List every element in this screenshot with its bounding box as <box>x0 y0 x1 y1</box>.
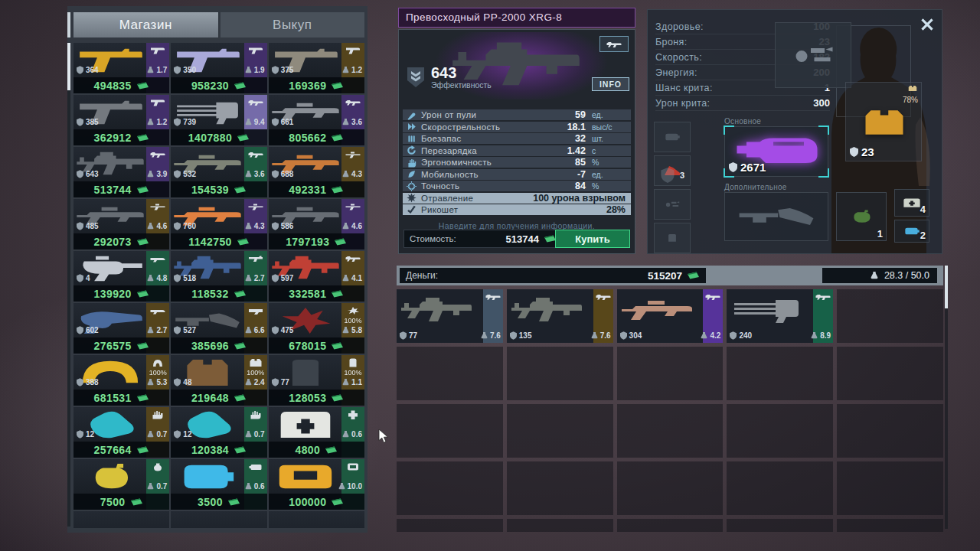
weapon-class-button[interactable] <box>599 36 629 52</box>
shop-item[interactable]: 4 4.8 139920 <box>74 251 169 302</box>
stat-icon <box>407 158 416 168</box>
shop-item[interactable]: 385 1.2 362912 <box>74 95 169 145</box>
item-armor-stat: 12 <box>174 430 191 439</box>
tab-shop[interactable]: Магазин <box>74 12 218 37</box>
stat-row[interactable]: Скорострельность 18.1 выс/с <box>403 122 631 132</box>
tab-buyback[interactable]: Выкуп <box>220 12 365 37</box>
stat-row[interactable]: Мобильность -7 ед. <box>403 169 631 180</box>
shop-item[interactable]: 760 4.3 1142750 <box>171 199 266 249</box>
inventory-item[interactable] <box>507 404 613 458</box>
shop-item[interactable]: 375 1.2 169369 <box>269 43 364 93</box>
inventory-item[interactable] <box>617 461 724 515</box>
shop-item[interactable] <box>74 511 169 528</box>
shop-item[interactable]: 597 4.1 332581 <box>269 251 364 302</box>
misc-slot[interactable] <box>775 22 851 88</box>
primary-weapon-slot[interactable]: 2671 <box>724 126 828 177</box>
shop-item[interactable]: 100% 77 1.1 128053 <box>269 355 364 406</box>
inventory-item[interactable] <box>617 404 724 458</box>
character-panel: Здоровье: 100 Броня: 23 Скорость: 182 Эн… <box>647 9 942 254</box>
shop-scrollbar-track[interactable] <box>67 43 70 527</box>
weight-icon <box>342 170 349 178</box>
shop-item[interactable]: 661 3.6 805662 <box>269 95 364 145</box>
implant-slot-3[interactable] <box>654 189 691 220</box>
stat-row[interactable]: Эргономичность 85 % <box>403 157 631 168</box>
stat-row[interactable]: Перезарядка 1.42 с <box>403 145 631 156</box>
shop-item[interactable]: 0.6 3500 <box>171 459 266 510</box>
shop-item[interactable]: 688 4.3 492331 <box>269 147 364 197</box>
implant-slot-1[interactable] <box>654 122 691 152</box>
shop-item[interactable]: 739 9.4 1407880 <box>171 95 266 145</box>
inventory-item[interactable] <box>397 461 503 515</box>
shop-item[interactable]: 100% 388 5.3 681531 <box>74 355 169 406</box>
secondary-weapon-slot[interactable] <box>724 192 828 241</box>
armor-slot[interactable]: 78% 23 <box>845 82 922 161</box>
shop-item[interactable]: 485 4.6 292073 <box>74 199 169 249</box>
item-weight: 6.6 <box>245 326 265 334</box>
item-weight: 3.6 <box>342 118 362 126</box>
inventory-item[interactable] <box>397 347 503 400</box>
special-stat-row[interactable]: Отравление 100 урона взрывом <box>403 193 631 204</box>
weight-icon <box>147 326 154 334</box>
special-stat-row[interactable]: Рикошет 28% <box>403 204 631 215</box>
implant-slot-4[interactable] <box>654 223 691 253</box>
stat-row[interactable]: Боезапас 32 шт. <box>403 133 631 144</box>
shop-item[interactable]: 100% 48 2.4 219648 <box>171 355 266 406</box>
shop-item[interactable]: 0.6 4800 <box>269 407 364 458</box>
shop-item[interactable]: 643 3.9 513744 <box>74 147 169 197</box>
item-weight: 5.3 <box>147 378 167 386</box>
grenade-slot[interactable]: 1 <box>836 192 887 241</box>
shop-scrollbar-thumb[interactable] <box>67 43 70 90</box>
inventory-item[interactable] <box>617 519 724 532</box>
shop-item[interactable]: 0.7 7500 <box>74 459 169 510</box>
shop-item[interactable]: 350 1.9 958230 <box>171 43 266 93</box>
inventory-scrollbar-thumb[interactable] <box>945 266 948 308</box>
shop-item[interactable]: 532 3.6 154539 <box>171 147 266 197</box>
shop-item[interactable] <box>171 511 266 528</box>
inventory-item[interactable] <box>507 519 613 532</box>
stat-label: Мобильность <box>421 170 577 179</box>
medkit-slot[interactable]: 4 <box>894 189 929 217</box>
shop-item[interactable]: 364 1.7 494835 <box>74 43 169 93</box>
shop-item[interactable] <box>269 511 364 528</box>
inventory-item[interactable] <box>397 519 503 532</box>
shop-item[interactable]: 10.0 100000 <box>269 459 364 510</box>
shop-item[interactable]: 12 0.7 120384 <box>171 407 266 458</box>
implant-slot-2[interactable]: 3 <box>654 155 691 186</box>
item-price: 385696 <box>171 337 266 354</box>
inventory-item[interactable] <box>727 347 833 400</box>
battery-slot[interactable]: 2 <box>894 220 929 243</box>
inventory-item[interactable]: 135 7.6 <box>507 289 613 343</box>
inventory-item[interactable] <box>837 519 943 532</box>
inventory-item[interactable] <box>837 289 943 343</box>
inventory-item[interactable] <box>727 461 833 515</box>
item-price: 494835 <box>74 77 169 93</box>
close-button[interactable] <box>919 16 936 33</box>
inventory-item[interactable] <box>837 461 943 515</box>
weight-icon <box>147 222 154 230</box>
shop-item[interactable]: 518 2.7 118532 <box>171 251 266 302</box>
stat-unit: выс/с <box>592 122 629 132</box>
inventory-item[interactable] <box>397 404 503 458</box>
stat-row[interactable]: Точность 84 % <box>403 181 631 191</box>
weight-icon <box>147 430 154 439</box>
shop-item[interactable]: 527 6.6 385696 <box>171 303 266 354</box>
inventory-item[interactable] <box>507 461 613 515</box>
buy-button[interactable]: Купить <box>555 230 630 248</box>
shop-item[interactable]: 12 0.7 257664 <box>74 407 169 458</box>
inventory-item[interactable] <box>727 404 833 458</box>
inventory-item[interactable] <box>727 519 833 532</box>
money-icon <box>136 82 149 90</box>
item-type-icon <box>247 202 264 211</box>
inventory-item[interactable] <box>837 347 943 400</box>
shop-item[interactable]: 586 4.6 1797193 <box>269 199 364 249</box>
shop-item[interactable]: 602 2.7 276575 <box>74 303 169 354</box>
stat-row[interactable]: Урон от пули 59 ед. <box>403 109 631 120</box>
inventory-item[interactable] <box>837 404 943 458</box>
inventory-item[interactable]: 77 7.6 <box>397 289 503 343</box>
shop-item[interactable]: 100% 475 5.8 678015 <box>269 303 364 354</box>
inventory-item[interactable] <box>617 347 724 400</box>
inventory-item[interactable]: 240 8.9 <box>727 289 833 343</box>
inventory-item[interactable]: 304 4.2 <box>617 289 724 343</box>
info-button[interactable]: INFO <box>592 77 629 91</box>
inventory-item[interactable] <box>507 347 613 400</box>
